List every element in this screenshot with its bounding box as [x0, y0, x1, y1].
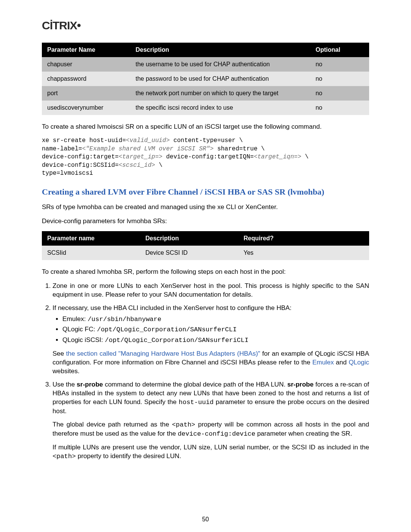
li-text: If necessary, use the HBA CLI included i… [53, 304, 292, 312]
code-text: \ [155, 162, 162, 169]
col-required: Required? [238, 231, 369, 246]
table-row: chappassword the password to be used for… [42, 72, 369, 86]
code-text: device-config:SCSIid= [42, 162, 119, 169]
col-param-name: Parameter Name [42, 43, 130, 57]
text: The global device path returned as the [53, 421, 172, 428]
list-item: QLogic iSCSI: /opt/QLogic_Corporation/SA… [62, 336, 369, 345]
code-var: <target_iqn=> [254, 153, 301, 160]
code-inline: host-uuid [179, 399, 214, 406]
code-var: <target_ip=> [119, 153, 162, 160]
cell: chapuser [42, 57, 130, 72]
logo-text: CİTRIX [42, 19, 77, 32]
cmd-name: sr-probe [287, 381, 314, 388]
code-inline: <path> [53, 453, 76, 460]
code-inline: device-config:device [178, 430, 255, 438]
code-var: <scsci_id> [119, 162, 155, 169]
external-link-emulex[interactable]: Emulex [312, 359, 334, 366]
code-text: \ [301, 153, 309, 160]
cell: the network port number on which to quer… [130, 86, 310, 101]
label: Emulex: [62, 315, 88, 323]
cell: chappassword [42, 72, 130, 86]
paragraph: To create a shared lvmoiscsi SR on a spe… [42, 123, 369, 131]
text: property to identify the desired LUN. [76, 452, 181, 460]
steps-list: Zone in one or more LUNs to each XenServ… [42, 282, 369, 461]
cell: Yes [238, 246, 369, 260]
code-text: device-config:target= [42, 153, 119, 160]
cell: no [310, 86, 369, 101]
list-item: Use the sr-probe command to determine th… [53, 380, 369, 461]
text: Use the [53, 381, 77, 388]
cell: usediscoverynumber [42, 101, 130, 115]
col-param-name: Parameter name [42, 231, 140, 246]
sub-list: Emulex: /usr/sbin/hbanyware QLogic FC: /… [53, 315, 369, 345]
cmd-name: sr-probe [77, 381, 103, 388]
parameter-table-2: Parameter name Description Required? SCS… [42, 231, 369, 260]
code-block: xe sr-create host-uuid=<valid_uuid> cont… [42, 137, 369, 178]
col-optional: Optional [310, 43, 369, 57]
code-var: <valid_uuid> [126, 137, 170, 144]
cell: the specific iscsi record index to use [130, 101, 310, 115]
text: See [53, 350, 66, 357]
li-paragraph: See the section called "Managing Hardwar… [53, 350, 369, 376]
table-row: port the network port number on which to… [42, 86, 369, 101]
list-item: Emulex: /usr/sbin/hbanyware [62, 315, 369, 324]
cell: no [310, 57, 369, 72]
text: If multiple LUNs are present use the ven… [53, 444, 369, 451]
paragraph: To create a shared lvmohba SR, perform t… [42, 268, 369, 276]
cell: no [310, 72, 369, 86]
paragraph: SRs of type lvmohba can be created and m… [42, 203, 369, 212]
section-heading: Creating a shared LVM over Fibre Channel… [42, 187, 369, 197]
list-item: Zone in one or more LUNs to each XenServ… [53, 282, 369, 299]
text: parameter when creating the SR. [255, 430, 352, 437]
parameter-table-1: Parameter Name Description Optional chap… [42, 43, 369, 115]
li-paragraph: If multiple LUNs are present use the ven… [53, 443, 369, 461]
list-item: QLogic FC: /opt/QLogic_Corporation/SANsu… [62, 325, 369, 334]
table-row: chapuser the username to be used for CHA… [42, 57, 369, 72]
code-var: <"Example shared LVM over iSCSI SR"> [82, 145, 214, 152]
table-row: usediscoverynumber the specific iscsi re… [42, 101, 369, 115]
text: websites. [53, 367, 80, 375]
page-number: 50 [0, 516, 411, 523]
cell: no [310, 101, 369, 115]
code-path: /opt/QLogic_Corporation/SANsurferCLI [97, 326, 237, 333]
code-path: /usr/sbin/hbanyware [88, 316, 161, 323]
label: QLogic FC: [62, 326, 97, 333]
label: QLogic iSCSI: [62, 336, 105, 343]
cell: SCSIid [42, 246, 140, 260]
code-text: shared=true \ [213, 145, 264, 152]
table-row: SCSIid Device SCSI ID Yes [42, 246, 369, 260]
code-text: type=lvmoiscsi [42, 170, 93, 177]
code-text: name-label= [42, 145, 82, 152]
cell: the username to be used for CHAP authent… [130, 57, 310, 72]
code-text: content-type=user \ [170, 137, 243, 144]
code-text: device-config:targetIQN= [162, 153, 254, 160]
list-item: If necessary, use the HBA CLI included i… [53, 304, 369, 376]
li-paragraph: The global device path returned as the <… [53, 420, 369, 439]
code-path: /opt/QLogic_Corporation/SANsurferiCLI [105, 337, 249, 344]
external-link-qlogic[interactable]: QLogic [349, 359, 369, 366]
text: and [334, 359, 349, 366]
col-description: Description [130, 43, 310, 57]
code-inline: <path> [172, 421, 195, 428]
cross-ref-link[interactable]: the section called "Managing Hardware Ho… [66, 350, 260, 357]
col-description: Description [140, 231, 238, 246]
cell: Device SCSI ID [140, 246, 238, 260]
code-text: xe sr-create host-uuid= [42, 137, 126, 144]
cell: port [42, 86, 130, 101]
logo-dot: • [77, 19, 81, 32]
cell: the password to be used for CHAP authent… [130, 72, 310, 86]
text: command to determine the global device p… [103, 381, 287, 388]
paragraph: Device-config parameters for lvmohba SRs… [42, 217, 369, 226]
brand-logo: CİTRIX• [42, 19, 369, 32]
